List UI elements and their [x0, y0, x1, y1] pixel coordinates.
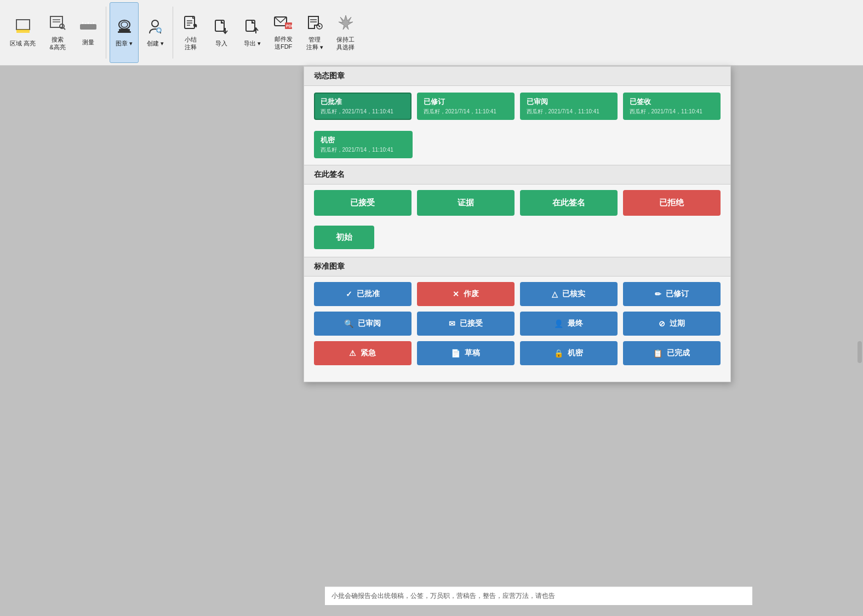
small-note-label: 小结注释 — [185, 36, 197, 51]
export-label: 导出 ▾ — [244, 39, 261, 47]
toolbar-create[interactable]: 创建 ▾ — [141, 2, 169, 63]
dynamic-section-label: 动态图章 — [314, 71, 345, 80]
dynamic-stamp-revised-meta: 西瓜籽，2021/7/14，11:10:41 — [424, 108, 508, 116]
search-highlight-icon — [49, 14, 66, 33]
svg-point-14 — [121, 22, 128, 27]
stamp-icon — [116, 18, 133, 37]
toolbar-manage-notes[interactable]: 管理注释 ▾ — [300, 2, 329, 63]
svg-rect-25 — [215, 20, 224, 31]
std-stamp-draft-icon: 📄 — [451, 349, 460, 358]
keep-tool-icon — [338, 14, 354, 33]
toolbar-mail-pdf[interactable]: PDF 邮件发送FDF — [268, 2, 298, 63]
sign-stamp-initial[interactable]: 初始 — [314, 226, 374, 249]
toolbar-stamp[interactable]: 图章 ▾ — [110, 2, 139, 63]
toolbar-search-highlight[interactable]: 搜索&高亮 — [43, 2, 72, 63]
svg-rect-27 — [246, 20, 255, 31]
standard-stamps-grid: ✓ 已批准 ✕ 作废 △ 已核实 ✏ 已修订 🔍 已审 — [304, 277, 730, 371]
std-stamp-expired[interactable]: ⊘ 过期 — [623, 312, 721, 336]
dynamic-stamp-revised-title: 已修订 — [424, 97, 508, 107]
sign-stamp-sign-here[interactable]: 在此签名 — [520, 190, 618, 216]
create-label: 创建 ▾ — [147, 39, 164, 47]
std-stamp-void-icon: ✕ — [453, 290, 459, 298]
search-highlight-label: 搜索&高亮 — [49, 36, 65, 51]
standard-section-header: 标准图章 — [304, 257, 730, 277]
import-icon — [213, 18, 230, 37]
mail-pdf-label: 邮件发送FDF — [275, 35, 293, 51]
toolbar-region-highlight[interactable]: 区域 高亮 — [4, 2, 41, 63]
sign-section-header: 在此签名 — [304, 165, 730, 185]
dynamic-stamp-revised[interactable]: 已修订 西瓜籽，2021/7/14，11:10:41 — [417, 93, 515, 120]
toolbar-divider-1 — [106, 7, 106, 59]
doc-bottom-text: 小批会确报告会出统领稿，公签，万员职，营稿告，整告，应营万法，请也告 — [325, 586, 752, 605]
std-stamp-draft-label: 草稿 — [465, 348, 480, 358]
toolbar-divider-2 — [173, 7, 173, 59]
dynamic-stamp-approved[interactable]: 已批准 西瓜籽，2021/7/14，11:10:41 — [314, 93, 412, 120]
std-stamp-expired-icon: ⊘ — [659, 319, 665, 328]
doc-bottom-text-content: 小批会确报告会出统领稿，公签，万员职，营稿告，整告，应营万法，请也告 — [332, 592, 555, 600]
std-stamp-revised[interactable]: ✏ 已修订 — [623, 282, 721, 306]
dynamic-stamps-grid: 已批准 西瓜籽，2021/7/14，11:10:41 已修订 西瓜籽，2021/… — [304, 86, 730, 126]
region-highlight-label: 区域 高亮 — [10, 39, 36, 47]
svg-text:PDF: PDF — [286, 24, 293, 28]
std-stamp-final-label: 最终 — [568, 319, 583, 329]
stamp-dropdown-panel: 动态图章 已批准 西瓜籽，2021/7/14，11:10:41 已修订 西瓜籽，… — [304, 66, 731, 382]
std-stamp-revised-icon: ✏ — [655, 290, 661, 298]
std-stamp-verified[interactable]: △ 已核实 — [520, 282, 618, 306]
std-stamp-reviewed-icon: 🔍 — [344, 319, 353, 328]
std-stamp-draft[interactable]: 📄 草稿 — [417, 341, 515, 365]
std-stamp-confidential[interactable]: 🔒 机密 — [520, 341, 618, 365]
sign-stamp-evidence[interactable]: 证据 — [417, 190, 515, 216]
initial-row: 初始 — [304, 221, 730, 257]
std-stamp-urgent[interactable]: ⚠ 紧急 — [314, 341, 412, 365]
toolbar-keep-tool[interactable]: 保持工具选择 — [331, 2, 360, 63]
manage-notes-icon — [306, 14, 323, 33]
toolbar-import[interactable]: 导入 — [207, 2, 236, 63]
sign-stamp-sign-here-label: 在此签名 — [552, 198, 585, 207]
export-icon — [244, 18, 260, 37]
sign-stamps-grid: 已接受 证据 在此签名 已拒绝 — [304, 185, 730, 221]
svg-rect-7 — [80, 24, 96, 30]
scrollbar[interactable] — [858, 341, 862, 363]
std-stamp-final[interactable]: 👤 最终 — [520, 312, 618, 336]
std-stamp-confidential-icon: 🔒 — [554, 349, 563, 358]
region-highlight-icon — [15, 18, 31, 37]
std-stamp-approved-label: 已批准 — [357, 289, 380, 299]
std-stamp-verified-label: 已核实 — [562, 289, 585, 299]
dynamic-stamps-row2: 机密 西瓜籽，2021/7/14，11:10:41 — [304, 126, 730, 165]
svg-point-33 — [319, 25, 321, 27]
std-stamp-received[interactable]: ✉ 已接受 — [417, 312, 515, 336]
document-area: 动态图章 已批准 西瓜籽，2021/7/14，11:10:41 已修订 西瓜籽，… — [0, 66, 863, 616]
dynamic-stamp-confidential[interactable]: 机密 西瓜籽，2021/7/14，11:10:41 — [314, 131, 413, 158]
std-stamp-received-icon: ✉ — [449, 319, 455, 328]
sign-stamp-accepted[interactable]: 已接受 — [314, 190, 412, 216]
dynamic-stamp-reviewed[interactable]: 已审阅 西瓜籽，2021/7/14，11:10:41 — [520, 93, 618, 120]
std-stamp-completed-label: 已完成 — [667, 348, 690, 358]
toolbar-small-note[interactable]: 小结注释 — [176, 2, 205, 63]
std-stamp-reviewed-label: 已审阅 — [358, 319, 381, 329]
std-stamp-confidential-label: 机密 — [568, 348, 583, 358]
svg-rect-0 — [16, 20, 30, 30]
dynamic-stamp-approved-title: 已批准 — [321, 97, 405, 107]
create-icon — [147, 18, 163, 37]
dynamic-stamp-received[interactable]: 已签收 西瓜籽，2021/7/14，11:10:41 — [623, 93, 721, 120]
std-stamp-verified-icon: △ — [552, 290, 558, 298]
sign-stamp-accepted-label: 已接受 — [350, 198, 375, 207]
std-stamp-expired-label: 过期 — [670, 319, 685, 329]
main-area: 动态图章 已批准 西瓜籽，2021/7/14，11:10:41 已修订 西瓜籽，… — [0, 66, 863, 616]
dynamic-stamp-reviewed-title: 已审阅 — [527, 97, 611, 107]
std-stamp-approved[interactable]: ✓ 已批准 — [314, 282, 412, 306]
std-stamp-completed[interactable]: 📋 已完成 — [623, 341, 721, 365]
measure-icon — [80, 19, 96, 36]
toolbar-measure[interactable]: 测量 — [74, 2, 102, 63]
std-stamp-reviewed[interactable]: 🔍 已审阅 — [314, 312, 412, 336]
toolbar-export[interactable]: 导出 ▾ — [238, 2, 266, 63]
sign-stamp-rejected[interactable]: 已拒绝 — [623, 190, 721, 216]
stamp-label: 图章 ▾ — [116, 39, 133, 47]
dynamic-stamp-received-title: 已签收 — [630, 97, 714, 107]
measure-label: 测量 — [82, 38, 94, 46]
standard-section-label: 标准图章 — [314, 262, 345, 270]
std-stamp-void[interactable]: ✕ 作废 — [417, 282, 515, 306]
mail-pdf-icon: PDF — [274, 15, 293, 33]
import-label: 导入 — [215, 39, 227, 47]
svg-point-17 — [152, 20, 158, 27]
